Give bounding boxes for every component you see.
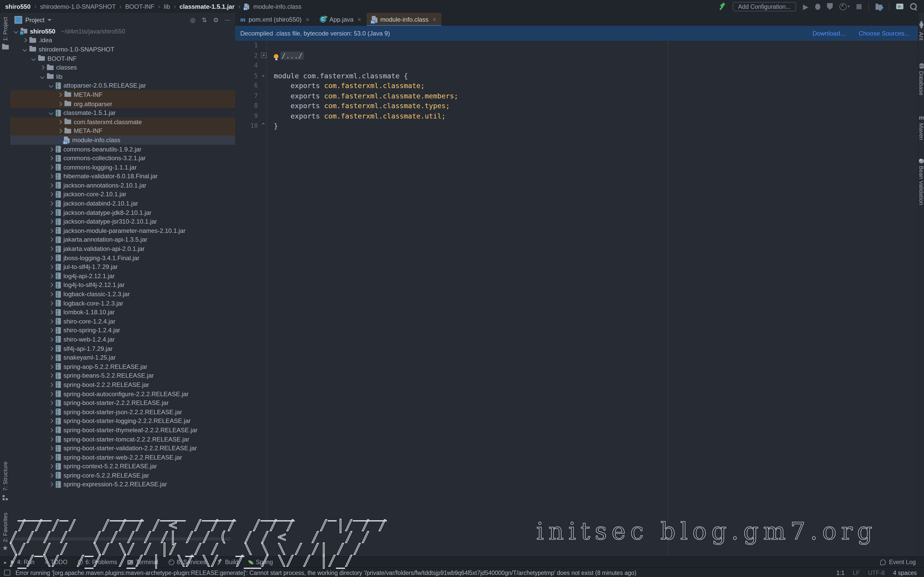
- stripe-ant-button[interactable]: Ant: [918, 20, 924, 40]
- tool-window-button-spring[interactable]: Spring: [249, 559, 273, 565]
- tree-item-spring-boot-starter-thymeleaf-2-2-2-release-jar[interactable]: spring-boot-starter-thymeleaf-2.2.2.RELE…: [10, 425, 235, 435]
- status-widget-4-spaces[interactable]: 4 spaces: [893, 569, 917, 576]
- tree-item-spring-expression-5-2-2-release-jar[interactable]: spring-expression-5.2.2.RELEASE.jar: [10, 480, 235, 489]
- chevron-down-icon[interactable]: [48, 19, 52, 21]
- tree-item-logback-core-1-2-3-jar[interactable]: logback-core-1.2.3.jar: [10, 299, 235, 308]
- editor-tab-module-info-class[interactable]: module-info.class×: [366, 13, 441, 26]
- chevron-right-icon[interactable]: [49, 201, 53, 206]
- tree-item-snakeyaml-1-25-jar[interactable]: snakeyaml-1.25.jar: [10, 353, 235, 362]
- chevron-right-icon[interactable]: [49, 174, 53, 179]
- chevron-right-icon[interactable]: [40, 65, 45, 70]
- chevron-right-icon[interactable]: [49, 274, 53, 278]
- tool-window-button-todo[interactable]: ≡TODO: [45, 559, 68, 565]
- breadcrumb-item[interactable]: BOOT-INF: [125, 3, 154, 10]
- code-line[interactable]: 1: [235, 41, 918, 51]
- chevron-right-icon[interactable]: [49, 219, 53, 224]
- window-icon[interactable]: [4, 570, 10, 575]
- breadcrumb-item[interactable]: module-info.class: [253, 3, 301, 10]
- code-line[interactable]: 4: [235, 61, 918, 71]
- tree-item-meta-inf[interactable]: META-INF: [10, 126, 235, 135]
- chevron-right-icon[interactable]: [49, 464, 53, 469]
- settings-gear-icon[interactable]: ⚙: [213, 16, 219, 23]
- tree-item-com-fasterxml-classmate[interactable]: com.fasterxml.classmate: [10, 118, 235, 126]
- editor-tab-pom-xml-shiro550-[interactable]: mpom.xml (shiro550)×: [235, 13, 315, 26]
- coverage-icon[interactable]: [827, 3, 833, 10]
- tree-item-spring-boot-autoconfigure-2-2-2-release-jar[interactable]: spring-boot-autoconfigure-2.2.2.RELEASE.…: [10, 390, 235, 398]
- stripe-favorites-button[interactable]: 2: Favorites: [2, 513, 8, 542]
- tree-item-spring-boot-starter-logging-2-2-2-release-jar[interactable]: spring-boot-starter-logging-2.2.2.RELEAS…: [10, 416, 235, 425]
- chevron-down-icon[interactable]: [49, 111, 53, 115]
- code-line[interactable]: 6 exports com.fasterxml.classmate;: [235, 81, 918, 91]
- chevron-down-icon[interactable]: [23, 47, 27, 52]
- event-log-button[interactable]: Event Log: [880, 559, 916, 565]
- code-editor[interactable]: 12+/.../45⌄module com.fasterxml.classmat…: [235, 41, 918, 556]
- status-message[interactable]: Error running '[org.apache.maven.plugins…: [16, 569, 636, 576]
- tree-item-boot-inf[interactable]: BOOT-INF: [10, 54, 235, 63]
- chevron-right-icon[interactable]: [49, 265, 53, 269]
- locate-icon[interactable]: ◎: [190, 16, 195, 23]
- fold-marker[interactable]: ⌄: [261, 73, 265, 77]
- tree-item-shirodemo-1-0-snapshot[interactable]: shirodemo-1.0-SNAPSHOT: [10, 45, 235, 54]
- tree-item-log4j-api-2-12-1-jar[interactable]: log4j-api-2.12.1.jar: [10, 271, 235, 280]
- intention-bulb-icon[interactable]: [274, 54, 278, 58]
- code-line[interactable]: 7 exports com.fasterxml.classmate.member…: [235, 91, 918, 101]
- choose-sources-link[interactable]: Choose Sources...: [859, 30, 909, 37]
- chevron-right-icon[interactable]: [49, 210, 53, 215]
- chevron-down-icon[interactable]: [49, 84, 53, 88]
- tree-item--idea[interactable]: .idea: [10, 36, 235, 45]
- chevron-right-icon[interactable]: [49, 446, 53, 451]
- tree-item-jackson-core-2-10-1-jar[interactable]: jackson-core-2.10.1.jar: [10, 190, 235, 199]
- run-icon[interactable]: ▶: [803, 3, 809, 10]
- chevron-right-icon[interactable]: [49, 356, 53, 360]
- stripe-bean-validation-button[interactable]: Bean Validation: [918, 158, 924, 205]
- tree-item-jakarta-annotation-api-1-3-5-jar[interactable]: jakarta.annotation-api-1.3.5.jar: [10, 235, 235, 244]
- breadcrumb-item[interactable]: shiro550: [5, 3, 31, 10]
- chevron-right-icon[interactable]: [49, 382, 53, 387]
- profiler-icon[interactable]: ▾: [840, 3, 850, 10]
- close-icon[interactable]: ×: [306, 16, 309, 23]
- tool-window-button-8-services[interactable]: 8: Services: [168, 559, 206, 565]
- tool-window-button-4-run[interactable]: 4: Run: [11, 559, 34, 565]
- chevron-right-icon[interactable]: [49, 237, 53, 242]
- tree-item-attoparser-2-0-5-release-jar[interactable]: attoparser-2.0.5.RELEASE.jar: [10, 81, 235, 90]
- fold-marker[interactable]: ^: [261, 123, 265, 127]
- chevron-right-icon[interactable]: [49, 364, 53, 369]
- tree-item-classes[interactable]: classes: [10, 63, 235, 72]
- tree-item-spring-boot-starter-json-2-2-2-release-jar[interactable]: spring-boot-starter-json-2.2.2.RELEASE.j…: [10, 408, 235, 416]
- tree-item-jackson-annotations-2-10-1-jar[interactable]: jackson-annotations-2.10.1.jar: [10, 181, 235, 190]
- chevron-right-icon[interactable]: [49, 292, 53, 297]
- hide-icon[interactable]: —: [225, 17, 230, 23]
- chevron-right-icon[interactable]: [49, 401, 53, 405]
- tree-item-jackson-datatype-jsr310-2-10-1-jar[interactable]: jackson-datatype-jsr310-2.10.1.jar: [10, 217, 235, 226]
- chevron-down-icon[interactable]: [31, 56, 36, 61]
- terminal-run-icon[interactable]: [896, 3, 903, 9]
- chevron-right-icon[interactable]: [49, 374, 53, 378]
- tree-item-meta-inf[interactable]: META-INF: [10, 90, 235, 99]
- chevron-right-icon[interactable]: [58, 129, 62, 133]
- collapse-all-icon[interactable]: ⇅: [202, 16, 207, 23]
- fold-marker[interactable]: +: [261, 53, 267, 58]
- editor-tab-app-java[interactable]: CApp.java×: [315, 13, 366, 26]
- tree-item-module-info-class[interactable]: module-info.class: [10, 135, 235, 145]
- tree-item-shiro550[interactable]: shiro550~/d4m1ts/java/shiro550: [10, 27, 235, 36]
- tree-item-slf4j-api-1-7-29-jar[interactable]: slf4j-api-1.7.29.jar: [10, 344, 235, 353]
- code-line[interactable]: 2+/.../: [235, 51, 918, 61]
- close-icon[interactable]: ×: [433, 16, 436, 23]
- tool-window-button-terminal[interactable]: >_Terminal: [128, 559, 158, 565]
- chevron-down-icon[interactable]: [14, 29, 18, 34]
- tree-item-spring-core-5-2-2-release-jar[interactable]: spring-core-5.2.2.RELEASE.jar: [10, 471, 235, 480]
- chevron-down-icon[interactable]: [40, 74, 45, 79]
- debug-icon[interactable]: [815, 3, 821, 10]
- chevron-right-icon[interactable]: [58, 102, 62, 106]
- tree-item-lib[interactable]: lib: [10, 72, 235, 81]
- chevron-right-icon[interactable]: [49, 428, 53, 432]
- code-line[interactable]: 8 exports com.fasterxml.classmate.types;: [235, 101, 918, 111]
- chevron-right-icon[interactable]: [49, 419, 53, 423]
- tree-item-jackson-databind-2-10-1-jar[interactable]: jackson-databind-2.10.1.jar: [10, 199, 235, 208]
- build-hammer-icon[interactable]: [718, 3, 726, 10]
- tree-item-commons-logging-1-1-1-jar[interactable]: commons-logging-1.1.1.jar: [10, 163, 235, 172]
- chevron-right-icon[interactable]: [58, 120, 62, 124]
- chevron-right-icon[interactable]: [49, 410, 53, 414]
- chevron-right-icon[interactable]: [49, 156, 53, 161]
- status-widget-utf-8[interactable]: UTF-8: [868, 569, 885, 576]
